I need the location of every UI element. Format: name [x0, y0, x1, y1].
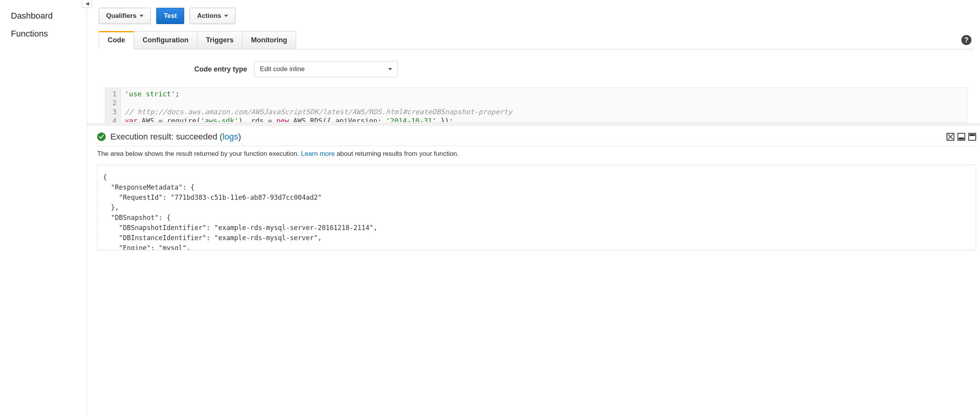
main-content: Qualifiers Test Actions Code Configurati…: [87, 0, 980, 415]
code-editor[interactable]: 1 2 3 4 'use strict'; // http://docs.aws…: [105, 87, 968, 122]
tab-configuration[interactable]: Configuration: [134, 31, 197, 49]
execution-result-panel: Execution result: succeeded (logs) The a…: [97, 130, 976, 250]
success-check-icon: [97, 133, 106, 141]
tab-label: Code: [108, 36, 125, 44]
result-header: Execution result: succeeded (logs): [97, 130, 976, 146]
result-description: The area below shows the result returned…: [97, 150, 976, 158]
tabs-row: Code Configuration Triggers Monitoring ?: [99, 31, 974, 49]
qualifiers-label: Qualifiers: [106, 12, 136, 20]
result-title: Execution result: succeeded (logs): [110, 132, 241, 142]
select-value: Edit code inline: [260, 65, 305, 73]
divider: [97, 146, 976, 146]
code-entry-row: Code entry type Edit code inline: [105, 61, 968, 77]
tab-monitoring[interactable]: Monitoring: [242, 31, 296, 49]
actions-dropdown[interactable]: Actions: [190, 8, 235, 24]
result-desc-post: about returning results from your functi…: [335, 150, 459, 157]
code-entry-type-select[interactable]: Edit code inline: [254, 61, 398, 77]
editor-gutter: 1 2 3 4: [105, 88, 121, 122]
editor-code: 'use strict'; // http://docs.aws.amazon.…: [121, 88, 516, 122]
qualifiers-dropdown[interactable]: Qualifiers: [99, 8, 151, 24]
sidebar-item-functions[interactable]: Functions: [0, 25, 87, 43]
test-button[interactable]: Test: [156, 8, 184, 24]
chevron-down-icon: [388, 68, 392, 70]
chevron-down-icon: [224, 15, 228, 17]
line-number: 2: [109, 98, 117, 107]
line-number: 4: [109, 116, 117, 122]
line-number: 3: [109, 107, 117, 116]
sidebar-item-label: Functions: [11, 29, 48, 38]
tab-label: Triggers: [206, 36, 234, 44]
tab-label: Monitoring: [251, 36, 287, 44]
tab-triggers[interactable]: Triggers: [197, 31, 242, 49]
result-output[interactable]: { "ResponseMetadata": { "RequestId": "77…: [97, 165, 976, 250]
panel-controls: [947, 133, 976, 141]
minimize-icon[interactable]: [957, 133, 965, 141]
tab-content-code: Code entry type Edit code inline 1 2 3 4…: [99, 49, 974, 122]
line-number: 1: [109, 89, 117, 98]
sidebar: ◀ Dashboard Functions: [0, 0, 87, 415]
test-label: Test: [164, 12, 177, 20]
chevron-down-icon: [140, 15, 143, 17]
tab-code[interactable]: Code: [99, 31, 134, 49]
help-icon[interactable]: ?: [961, 35, 971, 45]
sidebar-item-dashboard[interactable]: Dashboard: [0, 7, 87, 25]
tabs: Code Configuration Triggers Monitoring: [99, 31, 296, 49]
result-status: succeeded: [176, 132, 217, 141]
resize-handle[interactable]: [87, 123, 980, 126]
result-desc-pre: The area below shows the result returned…: [97, 150, 301, 157]
sidebar-item-label: Dashboard: [11, 11, 53, 21]
logs-link[interactable]: logs: [223, 132, 238, 141]
tab-label: Configuration: [143, 36, 188, 44]
toolbar: Qualifiers Test Actions: [99, 8, 974, 24]
maximize-icon[interactable]: [968, 133, 976, 141]
learn-more-link[interactable]: Learn more: [301, 150, 335, 157]
code-entry-label: Code entry type: [194, 65, 247, 73]
actions-label: Actions: [197, 12, 221, 20]
close-icon[interactable]: [947, 133, 954, 141]
result-title-prefix: Execution result:: [110, 132, 176, 141]
